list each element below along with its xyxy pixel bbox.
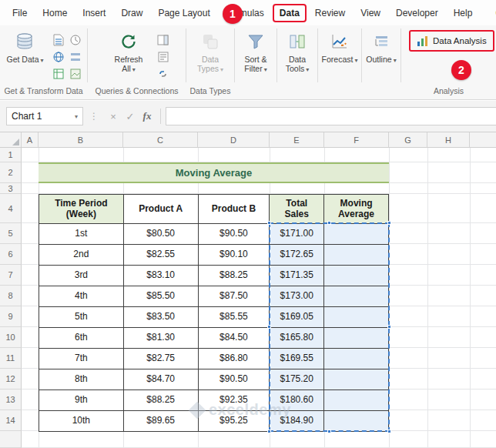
column-header-f[interactable]: F [324,132,389,147]
existing-connections-icon[interactable] [68,49,83,65]
row-header-8[interactable]: 8 [0,286,22,306]
cell-product-b[interactable]: $86.80 [199,349,270,369]
cell-product-b[interactable]: $90.50 [199,369,270,390]
cell-total-sales[interactable]: $175.20 [270,369,324,390]
cell-product-a[interactable]: $83.50 [124,307,199,328]
data-tools-button[interactable]: Data Tools▾ [277,28,317,85]
from-picture-icon[interactable] [68,66,83,82]
column-header-c[interactable]: C [123,132,198,147]
recent-sources-icon[interactable] [68,32,83,48]
cell-total-sales[interactable]: $169.55 [270,349,324,369]
row-header-2[interactable]: 2 [0,162,22,183]
cell-week[interactable]: 2nd [39,245,124,266]
cell-total-sales[interactable]: $165.80 [270,328,324,349]
column-header-a[interactable]: A [22,132,39,147]
column-header-b[interactable]: B [39,132,123,147]
cell-product-a[interactable]: $84.70 [124,369,199,390]
row-header-14[interactable]: 14 [0,410,22,431]
queries-connections-icon[interactable] [157,32,169,48]
sort-filter-button[interactable]: Sort & Filter▾ [235,28,276,85]
cell-total-sales[interactable]: $169.05 [270,307,324,328]
name-box[interactable]: Chart 1 ▾ [6,107,83,125]
tab-draw[interactable]: Draw [114,4,149,22]
cell-week[interactable]: 4th [39,286,124,307]
get-data-button[interactable]: Get Data▾ [4,28,45,85]
tab-insert[interactable]: Insert [75,4,112,22]
cell-moving-average[interactable] [324,369,389,390]
row-header-9[interactable]: 9 [0,306,22,327]
column-header-g[interactable]: G [389,132,427,147]
tab-developer[interactable]: Developer [389,4,445,22]
cell-moving-average[interactable] [324,390,389,411]
cell-product-b[interactable]: $88.25 [199,266,270,286]
cell-week[interactable]: 10th [39,411,124,432]
header-product-a[interactable]: Product A [124,195,199,224]
cell-product-b[interactable]: $90.10 [199,245,270,266]
row-header-7[interactable]: 7 [0,265,22,286]
row-header-partial[interactable] [0,431,22,448]
cell-product-a[interactable]: $83.10 [124,266,199,286]
row-header-13[interactable]: 13 [0,389,22,410]
cell-product-a[interactable]: $81.30 [124,328,199,349]
cell-product-a[interactable]: $82.55 [124,245,199,266]
row-header-4[interactable]: 4 [0,194,22,223]
formula-input[interactable] [166,107,496,125]
cell-week[interactable]: 9th [39,390,124,411]
enter-icon[interactable]: ✓ [122,111,139,122]
cell-moving-average[interactable] [324,328,389,349]
from-web-icon[interactable] [51,49,66,65]
tab-home[interactable]: Home [35,4,74,22]
tab-help[interactable]: Help [447,4,480,22]
tab-file[interactable]: File [5,4,34,22]
header-time-period[interactable]: Time Period (Week) [39,195,124,224]
row-header-11[interactable]: 11 [0,348,22,369]
cell-total-sales[interactable]: $172.65 [270,245,324,266]
cell-week[interactable]: 3rd [39,266,124,286]
cell-product-a[interactable]: $88.25 [124,390,199,411]
select-all-corner[interactable] [0,132,22,147]
row-header-10[interactable]: 10 [0,327,22,348]
properties-icon[interactable] [157,49,169,65]
cell-week[interactable]: 7th [39,349,124,369]
header-product-b[interactable]: Product B [199,195,270,224]
header-total-sales[interactable]: Total Sales [270,195,324,224]
cell-moving-average[interactable] [324,286,389,307]
header-moving-average[interactable]: Moving Average [324,195,389,224]
from-table-range-icon[interactable] [51,66,66,82]
data-types-button[interactable]: Data Types▾ [186,28,234,85]
cell-product-b[interactable]: $92.35 [199,390,270,411]
row-header-1[interactable]: 1 [0,148,22,162]
tab-review[interactable]: Review [308,4,352,22]
row-header-12[interactable]: 12 [0,369,22,389]
cell-product-a[interactable]: $85.50 [124,286,199,307]
column-header-partial[interactable] [470,132,496,147]
cell-moving-average[interactable] [324,349,389,369]
column-header-h[interactable]: H [427,132,470,147]
cell-week[interactable]: 6th [39,328,124,349]
from-text-csv-icon[interactable] [51,32,66,48]
tab-data[interactable]: Data [273,4,307,22]
cell-total-sales[interactable]: $171.00 [270,224,324,245]
cell-product-b[interactable]: $87.50 [199,286,270,307]
column-header-d[interactable]: D [198,132,270,147]
cell-total-sales[interactable]: $184.90 [270,411,324,432]
cell-product-a[interactable]: $82.75 [124,349,199,369]
outline-button[interactable]: Outline▾ [364,28,398,85]
workbook-links-icon[interactable] [157,66,169,82]
cell-product-b[interactable]: $90.50 [199,224,270,245]
cell-product-b[interactable]: $85.55 [199,307,270,328]
cell-product-a[interactable]: $89.65 [124,411,199,432]
cell-product-b[interactable]: $84.50 [199,328,270,349]
tab-chart-design[interactable]: Chart Design [488,4,496,22]
cell-moving-average[interactable] [324,245,389,266]
forecast-button[interactable]: Forecast▾ [320,28,360,85]
cell-product-a[interactable]: $80.50 [124,224,199,245]
cell-week[interactable]: 8th [39,369,124,390]
cell-total-sales[interactable]: $173.00 [270,286,324,307]
tab-view[interactable]: View [354,4,387,22]
tab-page-layout[interactable]: Page Layout [151,4,216,22]
row-header-3[interactable]: 3 [0,183,22,194]
insert-function-icon[interactable]: fx [139,110,156,122]
cell-product-b[interactable]: $95.25 [199,411,270,432]
cancel-icon[interactable]: × [105,111,122,122]
